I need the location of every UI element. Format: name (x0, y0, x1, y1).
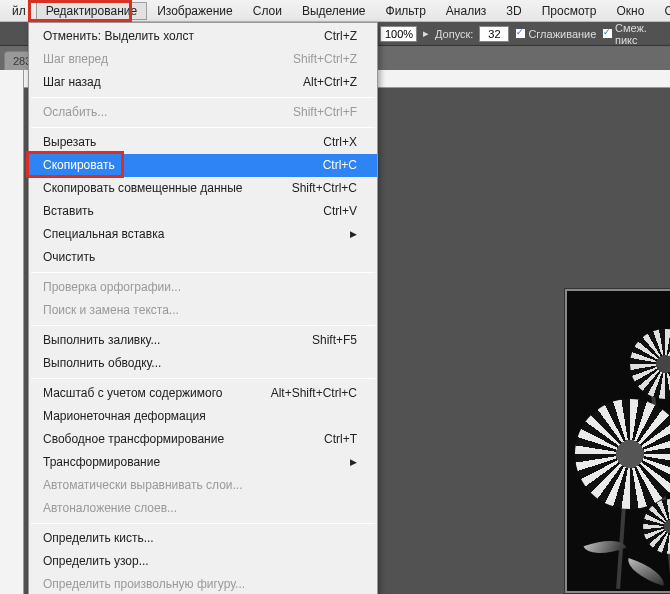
menu-item[interactable]: Шаг назадAlt+Ctrl+Z (29, 71, 377, 94)
menu-shortcut: Ctrl+T (324, 431, 357, 448)
menu-item-label: Свободное трансформирование (43, 431, 224, 448)
menu-item[interactable]: Свободное трансформированиеCtrl+T (29, 428, 377, 451)
menu-shortcut: Shift+Ctrl+C (292, 180, 357, 197)
antialias-checkbox[interactable]: Сглаживание (515, 28, 596, 40)
menu-item: Определить произвольную фигуру... (29, 573, 377, 594)
menu-item[interactable]: ВставитьCtrl+V (29, 200, 377, 223)
menu-справка[interactable]: Справка (654, 2, 670, 20)
menu-item[interactable]: Трансформирование▶ (29, 451, 377, 474)
menu-separator (31, 97, 375, 98)
menu-item-label: Определить произвольную фигуру... (43, 576, 245, 593)
menu-item-label: Автоматически выравнивать слои... (43, 477, 243, 494)
menu-item-label: Вырезать (43, 134, 96, 151)
menu-separator (31, 127, 375, 128)
menu-item: Проверка орфографии... (29, 276, 377, 299)
menu-item-label: Шаг вперед (43, 51, 108, 68)
menu-item[interactable]: Скопировать совмещенные данныеShift+Ctrl… (29, 177, 377, 200)
menu-item[interactable]: СкопироватьCtrl+C (29, 154, 377, 177)
menu-shortcut: Ctrl+X (323, 134, 357, 151)
menu-item-label: Определить узор... (43, 553, 149, 570)
menu-separator (31, 272, 375, 273)
menu-shortcut: Shift+F5 (312, 332, 357, 349)
menu-separator (31, 523, 375, 524)
menu-shortcut: Shift+Ctrl+F (293, 104, 357, 121)
menu-shortcut: Ctrl+Z (324, 28, 357, 45)
menu-shortcut: Ctrl+C (323, 157, 357, 174)
menubar: йлРедактированиеИзображениеСлоиВыделение… (0, 0, 670, 22)
zoom-field[interactable]: 100% (380, 26, 417, 42)
menu-йл[interactable]: йл (2, 2, 36, 20)
menu-item-label: Очистить (43, 249, 95, 266)
menu-item-label: Скопировать совмещенные данные (43, 180, 243, 197)
menu-shortcut: Alt+Ctrl+Z (303, 74, 357, 91)
menu-shortcut: Ctrl+V (323, 203, 357, 220)
menu-item[interactable]: Очистить (29, 246, 377, 269)
menu-item: Шаг впередShift+Ctrl+Z (29, 48, 377, 71)
menu-separator (31, 378, 375, 379)
menu-item-label: Специальная вставка (43, 226, 164, 243)
submenu-arrow-icon: ▶ (350, 454, 357, 471)
menu-item: Автоналожение слоев... (29, 497, 377, 520)
menu-просмотр[interactable]: Просмотр (532, 2, 607, 20)
menu-separator (31, 325, 375, 326)
menu-item-label: Вставить (43, 203, 94, 220)
menu-окно[interactable]: Окно (607, 2, 655, 20)
submenu-arrow-icon: ▶ (350, 226, 357, 243)
menu-item[interactable]: Масштаб с учетом содержимогоAlt+Shift+Ct… (29, 382, 377, 405)
menu-item-label: Выполнить заливку... (43, 332, 160, 349)
flower-image (630, 329, 670, 399)
tolerance-label: Допуск: (435, 28, 473, 40)
menu-item: Поиск и замена текста... (29, 299, 377, 322)
menu-item: Ослабить...Shift+Ctrl+F (29, 101, 377, 124)
menu-shortcut: Alt+Shift+Ctrl+C (271, 385, 357, 402)
document-canvas[interactable] (564, 288, 670, 594)
menu-item-label: Скопировать (43, 157, 115, 174)
menu-item-label: Поиск и замена текста... (43, 302, 179, 319)
menu-item-label: Масштаб с учетом содержимого (43, 385, 223, 402)
contiguous-checkbox[interactable]: Смеж. пикс (602, 22, 670, 46)
menu-item[interactable]: Выполнить заливку...Shift+F5 (29, 329, 377, 352)
menu-item[interactable]: Выполнить обводку... (29, 352, 377, 375)
menu-анализ[interactable]: Анализ (436, 2, 497, 20)
menu-item-label: Отменить: Выделить холст (43, 28, 194, 45)
menu-item-label: Шаг назад (43, 74, 101, 91)
menu-фильтр[interactable]: Фильтр (376, 2, 436, 20)
menu-item-label: Ослабить... (43, 104, 107, 121)
menu-item-label: Определить кисть... (43, 530, 154, 547)
menu-item[interactable]: Марионеточная деформация (29, 405, 377, 428)
menu-редактирование[interactable]: Редактирование (36, 2, 147, 20)
flower-image (643, 499, 670, 554)
menu-item: Автоматически выравнивать слои... (29, 474, 377, 497)
menu-выделение[interactable]: Выделение (292, 2, 376, 20)
menu-shortcut: Shift+Ctrl+Z (293, 51, 357, 68)
menu-item-label: Трансформирование (43, 454, 160, 471)
menu-item[interactable]: Специальная вставка▶ (29, 223, 377, 246)
menu-item[interactable]: Определить узор... (29, 550, 377, 573)
menu-изображение[interactable]: Изображение (147, 2, 243, 20)
menu-3d[interactable]: 3D (496, 2, 531, 20)
menu-item-label: Выполнить обводку... (43, 355, 161, 372)
ruler-vertical (0, 70, 24, 594)
menu-item[interactable]: Определить кисть... (29, 527, 377, 550)
menu-слои[interactable]: Слои (243, 2, 292, 20)
tolerance-field[interactable]: 32 (479, 26, 509, 42)
edit-menu-dropdown: Отменить: Выделить холстCtrl+ZШаг вперед… (28, 22, 378, 594)
menu-item-label: Проверка орфографии... (43, 279, 181, 296)
menu-item-label: Автоналожение слоев... (43, 500, 177, 517)
menu-item[interactable]: Отменить: Выделить холстCtrl+Z (29, 25, 377, 48)
menu-item-label: Марионеточная деформация (43, 408, 206, 425)
menu-item[interactable]: ВырезатьCtrl+X (29, 131, 377, 154)
flower-image (575, 399, 670, 509)
